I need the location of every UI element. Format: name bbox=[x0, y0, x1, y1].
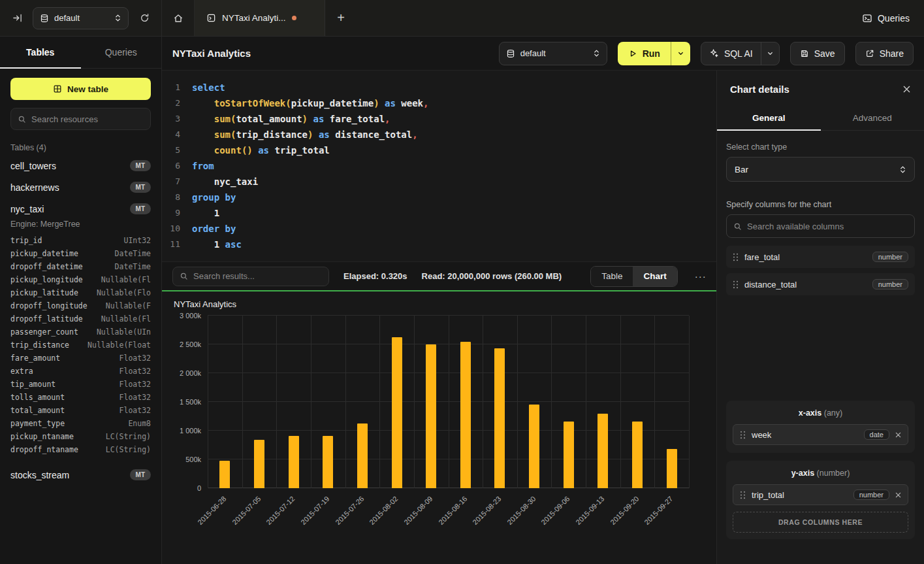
table-view-button[interactable]: Table bbox=[591, 267, 633, 286]
table-column-row[interactable]: tolls_amountFloat32 bbox=[10, 391, 151, 404]
save-button[interactable]: Save bbox=[790, 42, 845, 65]
table-row[interactable]: cell_towersMT bbox=[0, 155, 161, 176]
table-column-row[interactable]: pickup_longitudeNullable(Fl bbox=[10, 273, 151, 286]
chart-x-axis: 2015-06-282015-07-052015-07-122015-07-19… bbox=[208, 488, 689, 554]
refresh-icon bbox=[140, 13, 150, 23]
database-selector[interactable]: default bbox=[33, 7, 129, 29]
table-column-row[interactable]: pickup_latitudeNullable(Flo bbox=[10, 286, 151, 299]
table-column-row[interactable]: tip_amountFloat32 bbox=[10, 378, 151, 391]
table-column-row[interactable]: trip_idUInt32 bbox=[10, 234, 151, 247]
y-tick-label: 2 000k bbox=[180, 369, 201, 377]
header-database-selector[interactable]: default bbox=[499, 42, 607, 65]
table-column-row[interactable]: pickup_datetimeDateTime bbox=[10, 247, 151, 260]
table-row[interactable]: hackernewsMT bbox=[0, 176, 161, 198]
drag-handle-icon[interactable] bbox=[740, 431, 746, 439]
remove-column-icon[interactable] bbox=[895, 432, 901, 438]
remove-column-icon[interactable] bbox=[895, 492, 901, 498]
queries-icon bbox=[862, 13, 872, 24]
more-options-button[interactable]: ··· bbox=[692, 271, 709, 282]
table-row[interactable]: nyc_taxiMT bbox=[0, 198, 161, 220]
unsaved-changes-dot bbox=[292, 16, 296, 20]
column-type-badge: number bbox=[872, 252, 908, 262]
table-column-row[interactable]: payment_typeEnum8 bbox=[10, 417, 151, 430]
column-search-input[interactable] bbox=[747, 222, 908, 231]
table-column-row[interactable]: total_amountFloat32 bbox=[10, 404, 151, 417]
queries-button[interactable]: Queries bbox=[862, 13, 910, 24]
bar[interactable] bbox=[529, 405, 539, 488]
axis-column-chip[interactable]: trip_totalnumber bbox=[733, 484, 908, 505]
x-axis-card: x-axis (any) weekdate bbox=[726, 401, 915, 453]
column-name: dropoff_ntaname bbox=[10, 445, 78, 454]
drag-handle-icon[interactable] bbox=[740, 491, 746, 499]
new-table-button[interactable]: New table bbox=[10, 78, 151, 100]
drag-handle-icon[interactable] bbox=[733, 253, 739, 261]
column-name: trip_distance bbox=[10, 340, 69, 350]
table-column-row[interactable]: fare_amountFloat32 bbox=[10, 352, 151, 365]
home-tab-button[interactable] bbox=[162, 0, 195, 36]
line-number: 6 bbox=[162, 158, 192, 174]
editor-line: 6from bbox=[162, 158, 716, 174]
new-tab-button[interactable]: + bbox=[325, 0, 357, 36]
column-type: Nullable(Fl bbox=[101, 275, 151, 284]
chart-x-axis-row: 2015-06-282015-07-052015-07-122015-07-19… bbox=[174, 488, 689, 554]
results-search-input[interactable] bbox=[193, 271, 322, 281]
column-type: Float32 bbox=[119, 406, 151, 415]
column-name: dropoff_longitude bbox=[10, 301, 88, 310]
bar[interactable] bbox=[597, 414, 608, 488]
table-row[interactable]: stocks_streamMT bbox=[0, 464, 161, 486]
bar[interactable] bbox=[289, 436, 299, 488]
tab-tables[interactable]: Tables bbox=[0, 37, 81, 68]
bar[interactable] bbox=[667, 449, 677, 488]
bar[interactable] bbox=[494, 348, 505, 488]
table-column-row[interactable]: pickup_ntanameLC(String) bbox=[10, 430, 151, 443]
run-button[interactable]: Run bbox=[618, 42, 671, 65]
share-button[interactable]: Share bbox=[855, 42, 914, 65]
chip-type-badge: date bbox=[864, 429, 889, 440]
drop-zone[interactable]: DRAG COLUMNS HERE bbox=[733, 512, 908, 533]
resource-search-input[interactable] bbox=[31, 114, 144, 124]
bar-slot bbox=[517, 316, 552, 488]
available-column-row[interactable]: fare_totalnumber bbox=[726, 246, 915, 268]
close-panel-button[interactable] bbox=[902, 85, 911, 93]
sql-editor[interactable]: 1select2 toStartOfWeek(pickup_datetime) … bbox=[162, 71, 716, 261]
bar[interactable] bbox=[460, 342, 471, 488]
bar[interactable] bbox=[323, 436, 333, 488]
table-column-row[interactable]: dropoff_longitudeNullable(F bbox=[10, 299, 151, 312]
available-column-row[interactable]: distance_totalnumber bbox=[726, 273, 915, 295]
bar-slot bbox=[551, 316, 586, 488]
sql-ai-options-button[interactable] bbox=[761, 42, 779, 65]
run-button-label: Run bbox=[643, 48, 660, 59]
sql-ai-button[interactable]: SQL AI bbox=[701, 42, 761, 65]
table-column-row[interactable]: dropoff_latitudeNullable(Fl bbox=[10, 312, 151, 325]
table-column-row[interactable]: dropoff_ntanameLC(String) bbox=[10, 443, 151, 456]
bar[interactable] bbox=[219, 461, 230, 488]
bar-slot bbox=[311, 316, 345, 488]
tab-queries[interactable]: Queries bbox=[81, 37, 162, 68]
run-options-button[interactable] bbox=[671, 42, 690, 65]
query-tab[interactable]: NYTaxi Analyti... bbox=[195, 0, 325, 36]
line-number: 11 bbox=[162, 237, 192, 252]
tab-general[interactable]: General bbox=[717, 105, 821, 130]
bar-slot bbox=[620, 316, 655, 488]
bar[interactable] bbox=[632, 422, 643, 488]
chart-type-select[interactable]: Bar bbox=[726, 157, 915, 182]
drag-handle-icon[interactable] bbox=[733, 280, 739, 289]
bar[interactable] bbox=[426, 344, 436, 488]
bar[interactable] bbox=[392, 337, 402, 488]
chart-view-button[interactable]: Chart bbox=[633, 267, 677, 286]
table-column-row[interactable]: dropoff_datetimeDateTime bbox=[10, 260, 151, 273]
x-axis-header: x-axis (any) bbox=[733, 408, 908, 418]
chart-type-label: Select chart type bbox=[726, 142, 915, 152]
bar[interactable] bbox=[254, 440, 264, 488]
table-column-row[interactable]: trip_distanceNullable(Float bbox=[10, 339, 151, 352]
collapse-sidebar-button[interactable] bbox=[8, 9, 26, 27]
table-column-row[interactable]: extraFloat32 bbox=[10, 365, 151, 378]
axis-column-chip[interactable]: weekdate bbox=[733, 424, 908, 445]
refresh-button[interactable] bbox=[135, 9, 153, 27]
table-column-row[interactable]: passenger_countNullable(UIn bbox=[10, 325, 151, 339]
code-text: 1 asc bbox=[192, 237, 242, 252]
topbar-right: Queries bbox=[862, 0, 924, 36]
tab-advanced[interactable]: Advanced bbox=[821, 105, 924, 130]
bar[interactable] bbox=[357, 423, 368, 488]
bar[interactable] bbox=[564, 422, 574, 488]
